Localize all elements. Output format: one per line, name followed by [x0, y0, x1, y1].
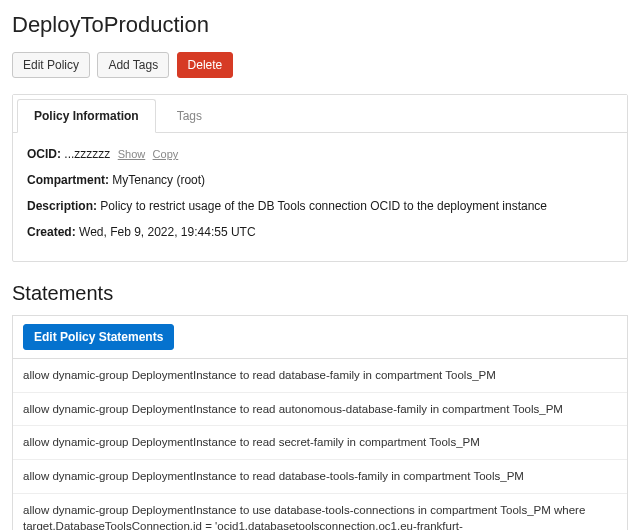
description-value: Policy to restrict usage of the DB Tools… [100, 199, 547, 213]
statement-row: allow dynamic-group DeploymentInstance t… [13, 460, 627, 494]
ocid-copy-link[interactable]: Copy [153, 148, 179, 160]
ocid-show-link[interactable]: Show [118, 148, 146, 160]
description-row: Description: Policy to restrict usage of… [27, 197, 613, 215]
tab-bar: Policy Information Tags [13, 95, 627, 133]
edit-policy-statements-button[interactable]: Edit Policy Statements [23, 324, 174, 350]
statements-panel: Edit Policy Statements allow dynamic-gro… [12, 315, 628, 530]
statement-row: allow dynamic-group DeploymentInstance t… [13, 426, 627, 460]
description-label: Description: [27, 199, 97, 213]
compartment-label: Compartment: [27, 173, 109, 187]
ocid-label: OCID: [27, 147, 61, 161]
ocid-value: ...zzzzzz [64, 147, 110, 161]
policy-panel: Policy Information Tags OCID: ...zzzzzz … [12, 94, 628, 262]
statement-row: allow dynamic-group DeploymentInstance t… [13, 494, 627, 530]
statement-row: allow dynamic-group DeploymentInstance t… [13, 393, 627, 427]
edit-policy-button[interactable]: Edit Policy [12, 52, 90, 78]
add-tags-button[interactable]: Add Tags [97, 52, 169, 78]
compartment-row: Compartment: MyTenancy (root) [27, 171, 613, 189]
created-label: Created: [27, 225, 76, 239]
statement-row: allow dynamic-group DeploymentInstance t… [13, 359, 627, 393]
action-button-row: Edit Policy Add Tags Delete [12, 52, 628, 78]
delete-button[interactable]: Delete [177, 52, 234, 78]
created-value: Wed, Feb 9, 2022, 19:44:55 UTC [79, 225, 256, 239]
page-title: DeployToProduction [12, 12, 628, 38]
compartment-value: MyTenancy (root) [112, 173, 205, 187]
tab-tags[interactable]: Tags [160, 99, 219, 133]
tab-policy-information[interactable]: Policy Information [17, 99, 156, 133]
policy-info-body: OCID: ...zzzzzz Show Copy Compartment: M… [13, 133, 627, 261]
statements-toolbar: Edit Policy Statements [13, 316, 627, 359]
ocid-row: OCID: ...zzzzzz Show Copy [27, 145, 613, 163]
created-row: Created: Wed, Feb 9, 2022, 19:44:55 UTC [27, 223, 613, 241]
statements-heading: Statements [12, 282, 628, 305]
